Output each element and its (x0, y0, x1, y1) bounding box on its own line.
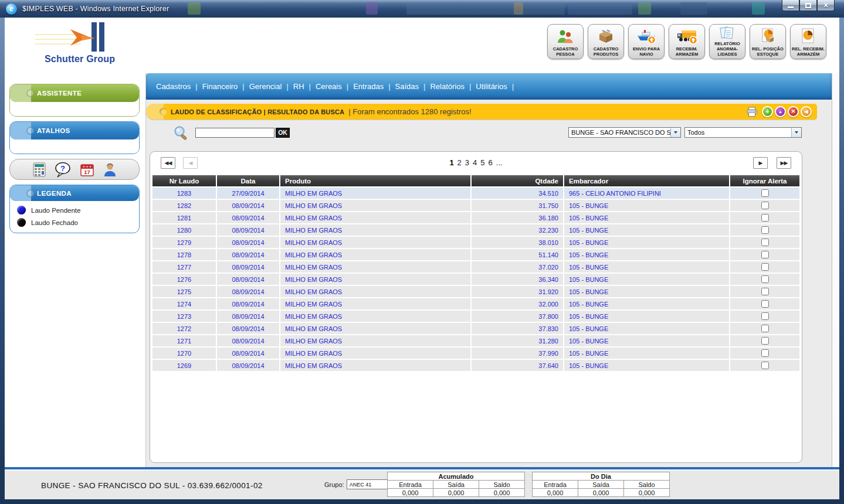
data-cell: 08/09/2014 (217, 348, 279, 359)
column-header[interactable]: Qtdade (472, 175, 563, 186)
next-page-button[interactable]: ▶ (753, 157, 768, 169)
column-header[interactable]: Ignorar Alerta (730, 175, 799, 186)
add-record-button[interactable]: + (762, 106, 773, 117)
page-number[interactable]: ... (496, 158, 503, 167)
last-page-button[interactable]: ▶▶ (777, 157, 791, 169)
menu-item[interactable]: Gerencial (249, 82, 293, 91)
page-number[interactable]: 2 (457, 158, 462, 167)
table-row[interactable]: 1277 08/09/2014 MILHO EM GRAOS 37.020 10… (152, 261, 799, 273)
toolbar-button-cadastro-pessoa[interactable]: CADASTRO PESSOA (547, 24, 584, 59)
data-cell: 08/09/2014 (217, 237, 279, 248)
filial-select[interactable]: BUNGE - SAO FRANCISCO DO SI (568, 127, 681, 138)
table-row[interactable]: 1281 08/09/2014 MILHO EM GRAOS 36.180 10… (152, 212, 799, 223)
page-number[interactable]: 1 (449, 158, 453, 167)
search-input[interactable] (195, 128, 274, 138)
assistente-header[interactable]: ASSISTENTE (10, 84, 139, 102)
data-cell: 08/09/2014 (217, 360, 279, 371)
menu-item[interactable]: Cereais (316, 82, 353, 91)
close-icon: ✕ (823, 2, 828, 9)
totals-table: Acumulado Entrada Saída Saldo 0,000 0,00… (387, 472, 525, 497)
table-row[interactable]: 1275 08/09/2014 MILHO EM GRAOS 31.920 10… (152, 286, 799, 297)
print-icon[interactable] (746, 107, 758, 117)
table-row[interactable]: 1269 08/09/2014 MILHO EM GRAOS 37.640 10… (152, 360, 799, 371)
ignorar-alerta-cell (730, 323, 799, 334)
menu-item[interactable]: Saídas (395, 82, 431, 91)
table-row[interactable]: 1272 08/09/2014 MILHO EM GRAOS 37.830 10… (152, 323, 799, 334)
qtdade-cell: 32.000 (472, 298, 563, 309)
table-row[interactable]: 1282 08/09/2014 MILHO EM GRAOS 31.750 10… (152, 200, 799, 211)
page-number[interactable]: 6 (489, 158, 493, 167)
table-row[interactable]: 1276 08/09/2014 MILHO EM GRAOS 36.340 10… (152, 274, 799, 285)
menu-item[interactable]: Financeiro (202, 82, 249, 91)
ignorar-alerta-checkbox[interactable] (761, 189, 769, 197)
table-row[interactable]: 1274 08/09/2014 MILHO EM GRAOS 32.000 10… (152, 298, 799, 309)
table-row[interactable]: 1279 08/09/2014 MILHO EM GRAOS 38.010 10… (152, 237, 799, 248)
toolbar-button-rel-recebim-armazem[interactable]: REL. RECEBIM. ARMAZÉM (790, 24, 826, 59)
help-icon[interactable]: ? (55, 162, 71, 178)
ignorar-alerta-checkbox[interactable] (761, 239, 769, 246)
search-ok-button[interactable]: OK (276, 128, 290, 138)
data-cell: 08/09/2014 (217, 249, 279, 260)
menu-item[interactable]: Entradas (353, 82, 395, 91)
toolbar-button-rel-posicao-estoque[interactable]: REL. POSIÇÃO ESTOQUE (750, 24, 786, 59)
atalhos-header[interactable]: ATALHOS (10, 122, 139, 139)
column-header[interactable]: Nr Laudo (152, 175, 216, 186)
minimize-button[interactable] (782, 0, 799, 11)
ignorar-alerta-checkbox[interactable] (761, 263, 769, 271)
cancel-button[interactable]: ✕ (788, 106, 799, 117)
chevron-down-icon (670, 128, 680, 137)
toolbar-button-envio-para-navio[interactable]: ENVIO PARA NAVIO (628, 24, 665, 59)
toolbar-button-cadastro-produtos[interactable]: CADASTRO PRODUTOS (588, 24, 624, 59)
embarcador-cell: 105 - BUNGE (564, 298, 729, 309)
column-header[interactable]: Data (217, 175, 279, 186)
ignorar-alerta-checkbox[interactable] (761, 251, 769, 258)
ignorar-alerta-checkbox[interactable] (761, 325, 769, 332)
ignorar-alerta-checkbox[interactable] (761, 349, 769, 357)
ship-icon (636, 26, 656, 46)
table-row[interactable]: 1270 08/09/2014 MILHO EM GRAOS 37.990 10… (152, 348, 799, 359)
page-number[interactable]: 5 (480, 158, 484, 167)
menu-item[interactable]: Cadastros (156, 82, 202, 91)
restore-button[interactable] (799, 0, 817, 11)
embarcador-cell: 105 - BUNGE (564, 360, 729, 371)
ignorar-alerta-checkbox[interactable] (761, 362, 769, 369)
user-icon[interactable] (103, 162, 117, 177)
page-number[interactable]: 3 (465, 158, 469, 167)
back-button[interactable]: ◀ (801, 106, 812, 117)
totals-value-entrada: 0,000 (533, 489, 578, 497)
menu-item[interactable]: Utilitários (476, 82, 518, 91)
page-numbers: 123456... (151, 158, 801, 167)
ignorar-alerta-cell (730, 188, 799, 199)
status-select[interactable]: Todos (684, 127, 802, 138)
menu-item[interactable]: RH (293, 82, 316, 91)
data-cell: 08/09/2014 (217, 286, 279, 297)
ignorar-alerta-checkbox[interactable] (761, 288, 769, 295)
menu-item[interactable]: Relatórios (430, 82, 476, 91)
calculator-icon[interactable] (33, 162, 46, 177)
legenda-header[interactable]: LEGENDA (10, 185, 139, 201)
table-row[interactable]: 1271 08/09/2014 MILHO EM GRAOS 31.280 10… (152, 335, 799, 346)
table-row[interactable]: 1280 08/09/2014 MILHO EM GRAOS 32.230 10… (152, 224, 799, 236)
calendar-icon[interactable]: 17 (80, 162, 94, 177)
toolbar-button-relatorio-anormalidades[interactable]: RELATÓRIO ANORMA- LIDADES (709, 24, 745, 59)
ignorar-alerta-checkbox[interactable] (761, 275, 769, 283)
ignorar-alerta-checkbox[interactable] (761, 202, 769, 209)
scroll-top-button[interactable]: ▲ (775, 106, 786, 117)
truck-icon (676, 26, 697, 46)
table-row[interactable]: 1283 27/09/2014 MILHO EM GRAOS 34.510 96… (152, 188, 799, 199)
table-row[interactable]: 1278 08/09/2014 MILHO EM GRAOS 51.140 10… (152, 249, 799, 260)
ignorar-alerta-checkbox[interactable] (761, 214, 769, 222)
totals-header-saida: Saída (433, 481, 479, 489)
close-button[interactable]: ✕ (817, 0, 835, 11)
table-row[interactable]: 1273 08/09/2014 MILHO EM GRAOS 37.800 10… (152, 311, 799, 322)
ignorar-alerta-checkbox[interactable] (761, 300, 769, 308)
column-header[interactable]: Embarcador (564, 175, 729, 186)
ignorar-alerta-checkbox[interactable] (761, 337, 769, 345)
nr-laudo-cell: 1283 (152, 188, 216, 199)
ignorar-alerta-checkbox[interactable] (761, 226, 769, 234)
search-icon[interactable] (173, 125, 189, 144)
ignorar-alerta-checkbox[interactable] (761, 312, 769, 320)
column-header[interactable]: Produto (280, 175, 470, 186)
toolbar-button-recebim-armazem[interactable]: RECEBIM. ARMAZÉM (669, 24, 705, 59)
page-number[interactable]: 4 (473, 158, 477, 167)
